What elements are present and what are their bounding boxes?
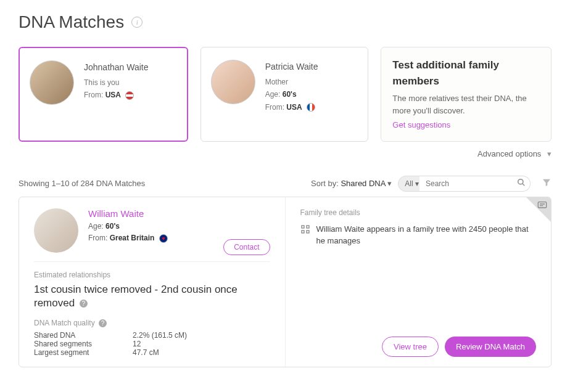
promo-body: The more relatives test their DNA, the m…: [392, 92, 540, 116]
listing-controls: Sort by: Shared DNA ▾ All ▾: [311, 176, 551, 192]
promo-link[interactable]: Get suggestions: [392, 119, 450, 131]
svg-rect-5: [302, 226, 304, 228]
quality-label: DNA Match quality ?: [34, 319, 270, 327]
tree-section-label: Family tree details: [300, 208, 537, 217]
profile-card-self[interactable]: Johnathan Waite This is you From: USA: [19, 47, 188, 142]
profile-info: Johnathan Waite This is you From: USA: [84, 60, 149, 102]
profile-cards-row: Johnathan Waite This is you From: USA Pa…: [19, 47, 551, 142]
match-age: Age: 60's: [88, 221, 168, 232]
profile-name: Johnathan Waite: [84, 60, 149, 75]
profile-from: From: USA: [265, 101, 318, 113]
svg-line-1: [522, 184, 525, 186]
svg-rect-8: [307, 231, 309, 233]
search-wrap: All ▾: [398, 176, 531, 192]
chevron-down-icon: ▾: [387, 179, 392, 188]
quality-table: Shared DNA 2.2% (161.5 cM) Shared segmen…: [34, 331, 270, 357]
match-name[interactable]: William Waite: [88, 208, 168, 219]
promo-card: Test additional family members The more …: [381, 47, 551, 142]
flag-france-icon: [307, 103, 315, 112]
svg-point-0: [518, 179, 523, 184]
quality-row: Shared segments 12: [34, 340, 270, 348]
avatar: [34, 208, 78, 253]
contact-button[interactable]: Contact: [223, 239, 270, 255]
profile-subtitle: This is you: [84, 76, 149, 89]
notes-icon[interactable]: [537, 201, 547, 211]
review-match-button[interactable]: Review DNA Match: [445, 337, 536, 357]
sort-control[interactable]: Sort by: Shared DNA ▾: [311, 179, 392, 188]
flag-uk-icon: [159, 234, 168, 243]
profile-info: Patricia Waite Mother Age: 60's From: US…: [265, 60, 318, 113]
tree-text: William Waite appears in a family tree w…: [316, 223, 537, 247]
profile-name: Patricia Waite: [265, 60, 318, 75]
search-icon[interactable]: [517, 178, 526, 189]
relationship-text: 1st cousin twice removed - 2nd cousin on…: [34, 283, 270, 310]
profile-card-mother[interactable]: Patricia Waite Mother Age: 60's From: US…: [200, 47, 369, 142]
tree-icon: [300, 224, 310, 238]
listing-header: Showing 1–10 of 284 DNA Matches Sort by:…: [19, 176, 551, 192]
avatar: [211, 60, 255, 104]
promo-title: Test additional family members: [392, 57, 540, 89]
profile-from: From: USA: [84, 89, 149, 101]
match-header: William Waite Age: 60's From: Great Brit…: [34, 208, 270, 262]
profile-subtitle: Mother: [265, 76, 318, 88]
svg-rect-2: [538, 202, 546, 207]
match-from: From: Great Britain: [88, 232, 168, 244]
quality-row: Shared DNA 2.2% (161.5 cM): [34, 331, 270, 340]
chevron-down-icon: ▾: [547, 149, 551, 158]
help-icon[interactable]: ?: [80, 300, 88, 308]
match-left-panel: William Waite Age: 60's From: Great Brit…: [19, 197, 286, 367]
info-icon[interactable]: i: [131, 17, 142, 28]
page-title: DNA Matches: [19, 12, 124, 32]
flag-usa-icon: [125, 91, 134, 100]
advanced-options[interactable]: Advanced options ▾: [19, 149, 551, 158]
view-tree-button[interactable]: View tree: [382, 337, 439, 357]
avatar: [30, 60, 74, 105]
listing-count: Showing 1–10 of 284 DNA Matches: [19, 179, 145, 188]
match-actions: View tree Review DNA Match: [382, 337, 536, 357]
match-right-panel: Family tree details William Waite appear…: [286, 197, 551, 367]
match-card: William Waite Age: 60's From: Great Brit…: [19, 197, 551, 368]
tree-details: William Waite appears in a family tree w…: [300, 223, 537, 247]
svg-rect-6: [307, 226, 309, 228]
filter-icon[interactable]: [542, 178, 551, 190]
est-rel-label: Estimated relationships: [34, 271, 270, 279]
profile-age: Age: 60's: [265, 88, 318, 100]
match-info: William Waite Age: 60's From: Great Brit…: [88, 208, 168, 244]
search-input[interactable]: [419, 176, 531, 192]
help-icon[interactable]: ?: [99, 319, 107, 327]
quality-row: Largest segment 47.7 cM: [34, 348, 270, 357]
svg-rect-7: [302, 231, 304, 233]
page-header: DNA Matches i: [19, 12, 551, 32]
